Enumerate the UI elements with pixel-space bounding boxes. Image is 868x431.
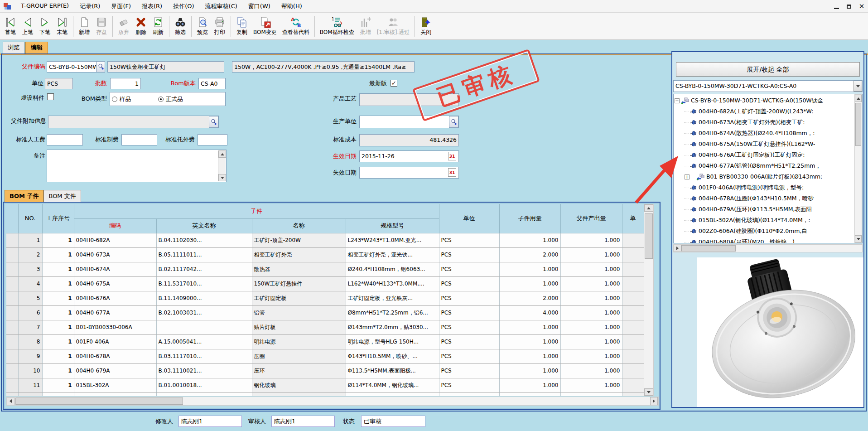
row-unit-cell[interactable]: PCS (439, 276, 499, 291)
table-row[interactable]: 11 1 015BL-302A B.01.0010018... 钢化玻璃 Ø11… (6, 378, 644, 392)
row-qty-cell[interactable]: 1.000 (499, 233, 560, 247)
row-name-cell[interactable]: 工矿灯-顶盖-200W (252, 233, 346, 247)
row-en-name-cell[interactable]: B.11.5317010... (156, 276, 252, 291)
bom-version-field[interactable]: CS-A0 (198, 78, 226, 89)
toolbar-print-button[interactable]: 打印 (212, 14, 228, 39)
row-code-cell[interactable]: 004H0-674A (74, 262, 156, 276)
table-row[interactable]: 6 1 004H0-677A B.02.1003031... 铝管 Ø8mm*H… (6, 305, 644, 320)
menu-item[interactable]: 操作(O) (168, 0, 199, 12)
row-spec-cell[interactable]: Ø240.4*H108mm，铝6063... (346, 262, 439, 276)
tree-node[interactable]: 001F0-406A(明纬电源)(明纬电源，型号: (675, 182, 854, 193)
calendar-icon[interactable]: 31 (448, 168, 456, 177)
tree-node[interactable]: 004H0-678A(压圈)(Φ143*H10.5MM，喷砂 (675, 193, 854, 204)
row-selector-cell[interactable] (6, 233, 18, 247)
row-extra-cell[interactable] (622, 233, 644, 247)
row-en-name-cell[interactable] (156, 320, 252, 334)
toolbar-preview-button[interactable]: 预览 (194, 14, 211, 39)
toolbar-bom-loop-check-button[interactable]: 1 BOM循环检查 (318, 14, 357, 39)
table-row[interactable]: 2 1 004H0-673A B.05.1111011... 相变工矿灯外壳 相… (6, 247, 644, 262)
tree-node[interactable]: 002Z0-606A(硅胶圈)(Φ110*Φ2.0mm,白 (675, 226, 854, 237)
tree-node[interactable]: 004H0-673A(相变工矿灯外壳)(相变工矿: (675, 117, 854, 128)
menu-item[interactable]: 窗口(W) (243, 0, 276, 12)
tree-vertical-scrollbar[interactable] (854, 94, 862, 243)
row-code-cell[interactable]: B01-BYB00330-006A (74, 320, 156, 334)
row-extra-cell[interactable] (622, 291, 644, 305)
tree-node[interactable]: 015BL-302A(钢化玻璃)(Ø114*T4.0MM，: (675, 215, 854, 226)
scroll-up-button[interactable] (644, 204, 653, 212)
table-row[interactable]: 9 1 004H0-678A B.03.1117010... 压圈 Φ143*H… (6, 349, 644, 363)
row-extra-cell[interactable] (622, 247, 644, 262)
row-code-cell[interactable]: 004H0-679A (74, 363, 156, 378)
row-extra-cell[interactable] (622, 392, 644, 396)
row-parent-qty-cell[interactable]: 1.000 (560, 262, 622, 276)
parent-code-field[interactable]: CS-BYB-0-150MW-3 (47, 61, 96, 73)
row-extra-cell[interactable] (622, 349, 644, 363)
toolbar-next-button[interactable]: 下笔 (37, 14, 53, 39)
row-code-cell[interactable]: 015BL-302A (74, 378, 156, 392)
row-code-cell[interactable]: 004H0-673A (74, 247, 156, 262)
expire-date-field[interactable] (359, 167, 459, 179)
row-unit-cell[interactable]: PCS (439, 392, 499, 396)
toolbar-refresh-button[interactable]: 刷新 (150, 14, 166, 39)
dropdown-arrow-button[interactable] (854, 81, 862, 92)
tree-horizontal-scrollbar[interactable] (673, 244, 863, 252)
tab-bom-children[interactable]: BOM 子件 (5, 190, 43, 202)
row-name-cell[interactable]: 150W工矿灯悬挂件 (252, 276, 346, 291)
row-seq-cell[interactable]: 1 (42, 305, 74, 320)
scroll-down-button[interactable] (644, 388, 653, 396)
row-spec-cell[interactable]: Φ143*H10.5MM，喷砂、... (346, 349, 439, 363)
row-en-name-cell[interactable]: B.05.1111011... (156, 247, 252, 262)
row-parent-qty-cell[interactable]: 1.000 (560, 276, 622, 291)
row-seq-cell[interactable]: 1 (42, 276, 74, 291)
scroll-down-button[interactable] (218, 174, 226, 181)
row-seq-cell[interactable]: 1 (42, 349, 74, 363)
toolbar-filter-button[interactable]: 筛选 (172, 14, 188, 39)
row-unit-cell[interactable]: PCS (439, 363, 499, 378)
scrollbar-thumb[interactable] (855, 103, 861, 146)
row-seq-cell[interactable]: 1 (42, 334, 74, 349)
toolbar-bom-change-button[interactable]: BOM变更 (251, 14, 279, 39)
row-parent-qty-cell[interactable]: 1.000 (560, 247, 622, 262)
mfg-cost-field[interactable] (121, 134, 157, 145)
tree-node[interactable]: B01-BYB00330-006A(贴片灯板)(Ø143mm: (675, 171, 854, 182)
parent-extra-lookup-button[interactable] (209, 116, 218, 128)
row-seq-cell[interactable]: 1 (42, 291, 74, 305)
row-spec-cell[interactable]: Ø114*T4.0MM，钢化玻璃... (346, 378, 439, 392)
tree-node[interactable]: 004H0-682A(工矿灯-顶盖-200W)(L243*W: (675, 106, 854, 117)
row-parent-qty-cell[interactable]: 1.000 (560, 305, 622, 320)
row-parent-qty-cell[interactable]: 1.000 (560, 334, 622, 349)
row-selector-cell[interactable] (6, 392, 18, 396)
row-selector-cell[interactable] (6, 305, 18, 320)
row-spec-cell[interactable]: Ø143mm*T2.0mm，贴3030... (346, 320, 439, 334)
table-row[interactable]: 7 1 B01-BYB00330-006A 贴片灯板 Ø143mm*T2.0mm… (6, 320, 644, 334)
row-extra-cell[interactable] (622, 276, 644, 291)
row-spec-cell[interactable]: Φ110*Φ2.0mm，白色硅胶... (346, 392, 439, 396)
effective-date-field[interactable]: 2015-11-26 (359, 150, 459, 162)
toolbar-view-substitute-button[interactable]: AB 查看替代料 (280, 14, 312, 39)
row-parent-qty-cell[interactable]: 1.000 (560, 233, 622, 247)
close-button[interactable]: ✕ (858, 3, 865, 10)
table-row[interactable]: 4 1 004H0-675A B.11.5317010... 150W工矿灯悬挂… (6, 276, 644, 291)
tree-node[interactable]: 004H0-679A(压环)(Φ113.5*H5MM,表面阳 (675, 204, 854, 215)
table-row[interactable]: 5 1 004H0-676A B.11.1409000... 工矿灯固定板 工矿… (6, 291, 644, 305)
toolbar-copy-button[interactable]: 复制 (234, 14, 250, 39)
row-code-cell[interactable]: 004H0-677A (74, 305, 156, 320)
prod-unit-lookup-button[interactable] (449, 116, 458, 128)
scrollbar-thumb[interactable] (15, 397, 183, 405)
row-name-cell[interactable]: 压环 (252, 363, 346, 378)
row-unit-cell[interactable]: PCS (439, 334, 499, 349)
row-extra-cell[interactable] (622, 305, 644, 320)
row-en-name-cell[interactable]: A.15.0005041... (156, 334, 252, 349)
toolbar-last-button[interactable]: 末笔 (54, 14, 70, 39)
remarks-scrollbar[interactable] (218, 150, 226, 181)
toolbar-new-button[interactable]: 新增 (76, 14, 92, 39)
row-en-name-cell[interactable]: B.03.1117010... (156, 349, 252, 363)
scrollbar-thumb[interactable] (681, 245, 736, 252)
scroll-up-button[interactable] (855, 95, 862, 102)
table-row[interactable]: 3 1 004H0-674A B.02.1117042... 散热器 Ø240.… (6, 262, 644, 276)
row-name-cell[interactable]: 明纬电源 (252, 334, 346, 349)
row-spec-cell[interactable]: 相变工矿灯外壳，亚光铁... (346, 247, 439, 262)
virtual-part-checkbox[interactable] (47, 93, 54, 100)
tree-node[interactable]: 004H0-675A(150W工矿灯悬挂件)(L162*W- (675, 139, 854, 150)
row-selector-cell[interactable] (6, 349, 18, 363)
